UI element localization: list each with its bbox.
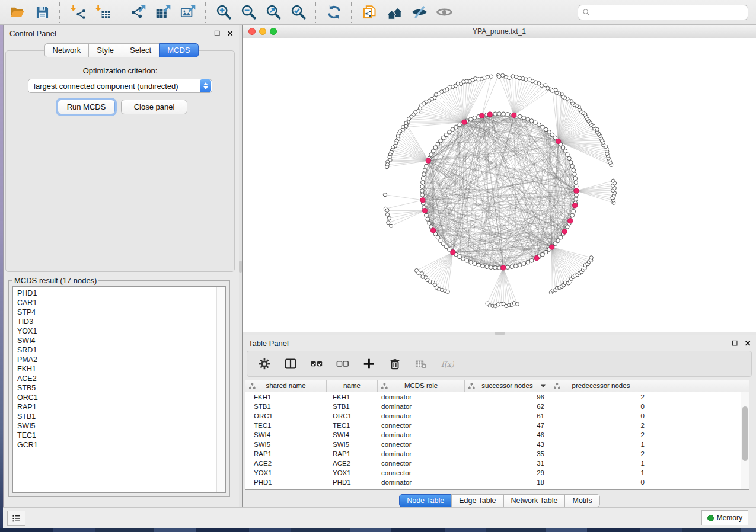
mcds-result-item[interactable]: SWI4 — [13, 336, 225, 345]
control-panel-tabs: NetworkStyleSelectMCDS — [44, 43, 198, 57]
tab-node-table[interactable]: Node Table — [399, 494, 452, 507]
table-panel-close-button[interactable] — [742, 338, 753, 348]
mcds-result-item[interactable]: ACE2 — [13, 374, 225, 383]
tab-style[interactable]: Style — [88, 43, 122, 57]
add-column-button[interactable] — [360, 355, 378, 373]
table-row-ACE2[interactable]: ACE2ACE2connector311 — [245, 459, 749, 468]
zoom-out-button[interactable] — [237, 2, 260, 23]
control-panel-float-button[interactable] — [212, 28, 222, 39]
cell-shared-name: STB1 — [245, 402, 327, 411]
tab-motifs[interactable]: Motifs — [564, 494, 599, 507]
table-row-FKH1[interactable]: FKH1FKH1dominator962 — [245, 392, 749, 402]
table-row-STB1[interactable]: STB1STB1dominator620 — [245, 402, 749, 411]
memory-button[interactable]: Memory — [701, 510, 748, 525]
network-canvas[interactable] — [243, 38, 756, 332]
table-row-SWI5[interactable]: SWI5SWI5connector431 — [245, 440, 749, 449]
optimization-criterion-select[interactable]: largest connected component (undirected) — [28, 79, 212, 93]
column-header-shared-name[interactable]: shared name — [245, 380, 327, 392]
network-graph[interactable] — [243, 38, 756, 332]
table-row-SWI4[interactable]: SWI4SWI4dominator462 — [245, 430, 749, 440]
mcds-result-list[interactable]: PHD1CAR1STP4TID3YOX1SWI4SRD1PMA2FKH1ACE2… — [12, 286, 226, 493]
close-panel-button[interactable]: Close panel — [121, 100, 187, 114]
table-row-ORC1[interactable]: ORC1ORC1dominator610 — [245, 411, 749, 421]
hide-selected-button[interactable] — [408, 2, 430, 23]
cell-shared-name: TEC1 — [245, 421, 327, 430]
cell-name: SWI4 — [327, 430, 378, 440]
zoom-in-button[interactable] — [212, 2, 235, 23]
mcds-result-item[interactable]: GCR1 — [13, 440, 225, 450]
column-header-MCDS-role[interactable]: MCDS role — [378, 380, 465, 392]
cell-shared-name: SWI5 — [245, 440, 327, 449]
memory-status-icon — [707, 515, 714, 521]
open-file-button[interactable] — [6, 2, 28, 23]
gear-icon — [258, 357, 271, 370]
table-row-TEC1[interactable]: TEC1TEC1connector472 — [245, 421, 749, 430]
table-row-PHD1[interactable]: PHD1PHD1dominator180 — [245, 477, 749, 487]
table-row-YOX1[interactable]: YOX1YOX1connector291 — [245, 468, 749, 477]
import-table-button[interactable] — [91, 2, 114, 23]
mcds-result-item[interactable]: PMA2 — [13, 355, 225, 364]
mcds-result-item[interactable]: TID3 — [13, 317, 225, 326]
export-network-button[interactable] — [127, 2, 149, 23]
cell-name: PHD1 — [327, 477, 378, 487]
tab-select[interactable]: Select — [122, 43, 160, 57]
column-header-name[interactable]: name — [327, 380, 378, 392]
table-panel-tabs: Node TableEdge TableNetwork TableMotifs — [243, 494, 756, 507]
cell-predecessor-nodes: 0 — [550, 411, 652, 421]
column-header-predecessor-nodes[interactable]: predecessor nodes — [550, 380, 652, 392]
clone-network-icon — [362, 4, 378, 20]
float-icon — [731, 339, 739, 348]
mcds-result-item[interactable]: TEC1 — [13, 431, 225, 440]
control-panel-title: Control Panel — [9, 29, 56, 38]
run-mcds-button[interactable]: Run MCDS — [58, 100, 115, 114]
table-panel-float-button[interactable] — [729, 338, 740, 348]
table-options-button[interactable] — [256, 355, 273, 373]
cell-name: SWI5 — [327, 440, 378, 449]
zoom-selected-button[interactable] — [287, 2, 310, 23]
table-scrollbar-thumb[interactable] — [742, 406, 748, 461]
zoom-fit-button[interactable] — [262, 2, 285, 23]
deselect-all-button[interactable] — [334, 355, 352, 373]
first-neighbors-button[interactable] — [383, 2, 406, 23]
refresh-layout-button[interactable] — [323, 2, 345, 23]
search-input[interactable] — [594, 8, 744, 17]
mcds-result-item[interactable]: CAR1 — [13, 298, 225, 307]
mcds-result-item[interactable]: RAP1 — [13, 402, 225, 412]
mcds-result-item[interactable]: STP4 — [13, 307, 225, 317]
trash-icon — [388, 357, 401, 370]
mcds-result-item[interactable]: STB5 — [13, 383, 225, 393]
tab-network-table[interactable]: Network Table — [503, 494, 566, 507]
mcds-result-item[interactable]: PHD1 — [13, 289, 225, 298]
tab-edge-table[interactable]: Edge Table — [451, 494, 503, 507]
cell-MCDS-role: dominator — [378, 411, 465, 421]
result-list-scrollbar[interactable] — [216, 287, 225, 492]
table-row-RAP1[interactable]: RAP1RAP1dominator352 — [245, 449, 749, 459]
table-scrollbar[interactable] — [741, 392, 749, 489]
delete-table-button — [412, 355, 430, 373]
panel-selector-button[interactable] — [7, 511, 25, 526]
export-image-button[interactable] — [177, 2, 199, 23]
mcds-result-item[interactable]: YOX1 — [13, 326, 225, 336]
cell-successor-nodes: 46 — [465, 430, 550, 440]
cell-shared-name: ACE2 — [245, 459, 327, 468]
mcds-result-item[interactable]: STB1 — [13, 412, 225, 421]
tab-network[interactable]: Network — [44, 43, 89, 57]
export-table-button[interactable] — [152, 2, 174, 23]
mcds-result-item[interactable]: SWI5 — [13, 421, 225, 431]
import-network-icon — [70, 4, 86, 20]
mcds-result-item[interactable]: FKH1 — [13, 364, 225, 374]
mcds-result-item[interactable]: ORC1 — [13, 393, 225, 402]
column-header-successor-nodes[interactable]: successor nodes — [465, 380, 550, 392]
import-network-button[interactable] — [66, 2, 89, 23]
cell-MCDS-role: dominator — [378, 392, 465, 402]
control-panel-close-button[interactable] — [225, 28, 235, 39]
mcds-result-item[interactable]: SRD1 — [13, 345, 225, 355]
toolbar-separator — [59, 2, 60, 23]
show-all-button[interactable] — [433, 2, 455, 23]
save-session-button[interactable] — [31, 2, 53, 23]
select-all-button[interactable] — [308, 355, 326, 373]
show-columns-button[interactable] — [282, 355, 299, 373]
delete-column-button[interactable] — [386, 355, 404, 373]
tab-mcds[interactable]: MCDS — [159, 43, 198, 57]
clone-network-button[interactable] — [358, 2, 381, 23]
